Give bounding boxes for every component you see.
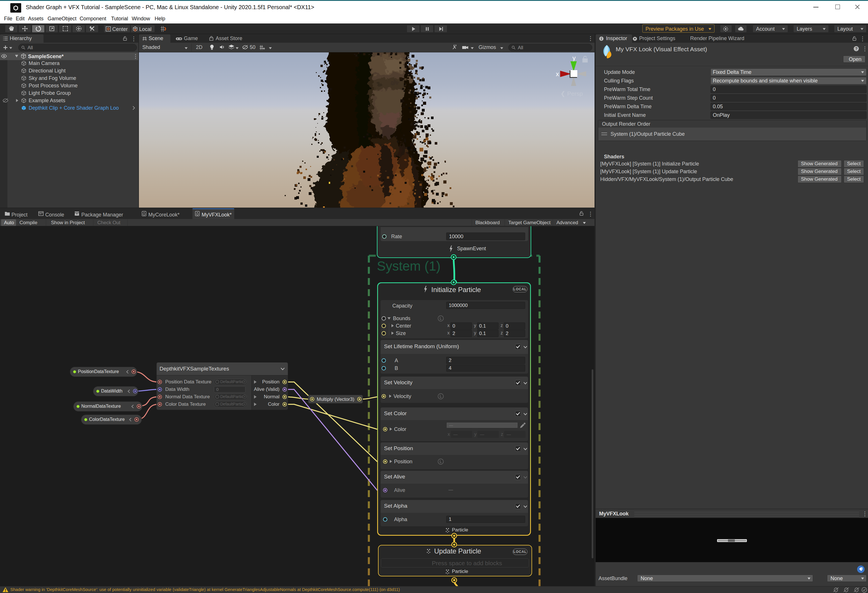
svg-text:x: x	[556, 71, 559, 78]
svg-text:❮ Persp: ❮ Persp	[561, 90, 583, 97]
svg-text:?: ?	[855, 46, 858, 51]
svg-text:y: y	[573, 55, 576, 62]
